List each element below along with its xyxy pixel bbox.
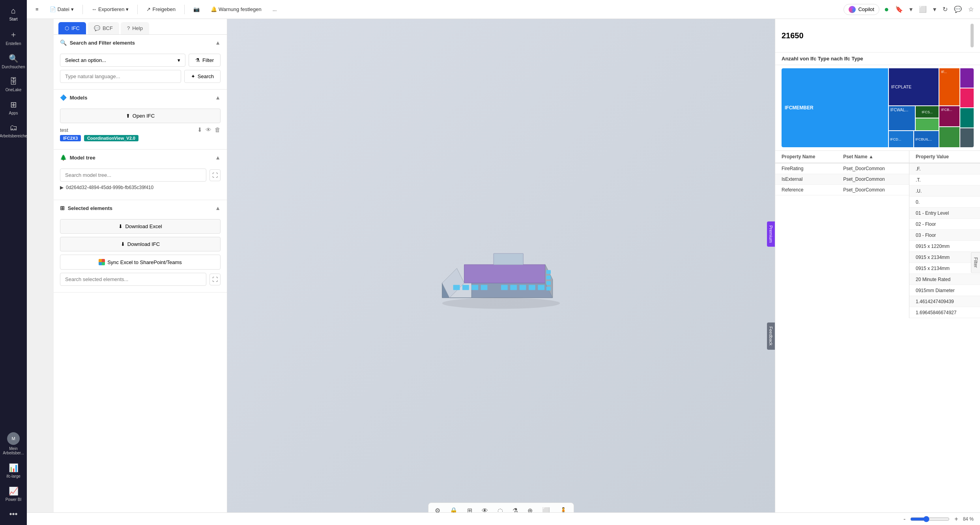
prop-name-1: FireRating: [775, 163, 837, 174]
camera-btn[interactable]: 📷: [189, 5, 204, 14]
scroll-indicator[interactable]: [971, 24, 974, 47]
selected-collapse-icon: ▲: [215, 205, 221, 211]
filter-tab[interactable]: Filter: [971, 252, 980, 273]
zoom-slider[interactable]: [910, 516, 950, 522]
bookmark-chevron[interactable]: ▾: [908, 4, 914, 15]
green-circle-btn[interactable]: ●: [883, 3, 890, 15]
more-btn[interactable]: ...: [269, 5, 281, 14]
prop-value-20min: 20 Minute Rated: [909, 274, 980, 285]
sidebar-item-powerbi[interactable]: 📈 Power BI: [2, 483, 25, 505]
sidebar-item-workbench[interactable]: 🗂 Arbeitsbereiche: [2, 120, 25, 141]
eye-icon[interactable]: 👁: [206, 126, 211, 133]
search-section-header[interactable]: 🔍 Search and Filter elements ▲: [54, 35, 227, 51]
open-ifc-button[interactable]: ⬆ Open IFC: [60, 109, 221, 123]
right-panel-header: 21650: [775, 19, 980, 52]
selected-expand-btn[interactable]: ⛶: [209, 274, 221, 285]
svg-rect-11: [510, 285, 517, 290]
export-label: Exportieren: [98, 6, 124, 12]
treemap-ifcd: IFCD...: [889, 131, 913, 147]
search-section-content: Select an option... ▾ ⚗ Filter ✦ Search: [54, 51, 227, 89]
bcf-tab-label: BCF: [103, 25, 113, 31]
file-btn[interactable]: 📄 Datei ▾: [46, 5, 78, 14]
treemap-bottom-row: IFCD... IFCBUIL...: [889, 131, 939, 147]
zoom-minus-btn[interactable]: -: [902, 514, 907, 524]
viewport[interactable]: Premium Feedback: [227, 19, 775, 525]
tab-ifc[interactable]: ⬡ IFC: [58, 22, 86, 34]
sidebar-item-onelake[interactable]: 🗄 OneLake: [2, 74, 25, 95]
model-tree-header[interactable]: 🌲 Model tree ▲: [54, 150, 227, 165]
window-chevron[interactable]: ▾: [931, 4, 938, 15]
sidebar-item-search[interactable]: 🔍 Durchsuchen: [2, 51, 25, 72]
sync-teams-button[interactable]: Sync Excel to SharePoint/Teams: [60, 255, 221, 270]
search-sidebar-icon: 🔍: [9, 54, 19, 63]
properties-left: Property Name Pset Name ▲ FireRating Pse…: [775, 151, 909, 318]
refresh-btn[interactable]: ↻: [941, 4, 949, 15]
sidebar-item-home[interactable]: ⌂ Start: [2, 3, 25, 24]
treemap-green: [916, 118, 939, 130]
models-section-header[interactable]: 🔷 Models ▲: [54, 90, 227, 105]
open-ifc-label: Open IFC: [133, 113, 155, 119]
trash-icon[interactable]: 🗑: [215, 126, 221, 133]
separator-2: [137, 5, 138, 14]
svg-rect-17: [546, 281, 551, 285]
prop-value-1461: 1.4614247409439: [909, 296, 980, 307]
treemap-ifcb-pink: IFCB...: [939, 106, 959, 126]
model-tree-search-input[interactable]: [60, 169, 206, 182]
properties-area: Property Name Pset Name ▲ FireRating Pse…: [775, 151, 980, 318]
window-btn[interactable]: ⬜: [917, 4, 928, 15]
building-3d-view: [426, 217, 576, 327]
select-chevron-icon: ▾: [178, 57, 180, 63]
search-button[interactable]: ✦ Search: [184, 70, 221, 83]
export-btn[interactable]: ↔ Exportieren ▾: [88, 5, 133, 14]
table-row: Reference Pset_DoorCommon: [775, 185, 909, 195]
treemap-ifcbuil: IFCBUIL...: [914, 131, 939, 147]
home-icon: ⌂: [11, 6, 16, 15]
share-btn[interactable]: ↗ Freigeben: [142, 5, 180, 14]
treemap-if-orange: IF...: [939, 68, 959, 105]
avatar: M: [7, 432, 20, 445]
warning-btn[interactable]: 🔔 Warnung festlegen: [207, 5, 266, 14]
tree-item[interactable]: ▶ 0d264d32-4894-45dd-999b-fb635c39f410: [60, 182, 221, 193]
bcf-tab-icon: 💬: [94, 25, 100, 31]
selected-search-input[interactable]: [60, 273, 206, 286]
download-excel-button[interactable]: ⬇ Download Excel: [60, 219, 221, 234]
search-section-title: Search and Filter elements: [70, 40, 135, 46]
bookmark-btn[interactable]: 🔖: [894, 4, 905, 15]
download-ifc-button[interactable]: ⬇ Download IFC: [60, 237, 221, 251]
search-collapse-icon: ▲: [215, 39, 221, 46]
star-btn[interactable]: ☆: [967, 4, 975, 15]
select-option-dropdown[interactable]: Select an option... ▾: [60, 54, 185, 67]
copilot-btn[interactable]: Copilot: [843, 4, 879, 15]
sidebar-item-mywork[interactable]: M Mein Arbeitsber...: [2, 429, 25, 458]
prop-value-0915b: 0915 x 2134mm: [909, 252, 980, 263]
premium-btn[interactable]: Premium: [767, 221, 775, 247]
search-row: ✦ Search: [60, 70, 221, 83]
sidebar-item-ifc[interactable]: 📊 ifc-large: [2, 460, 25, 482]
help-tab-label: Help: [132, 25, 143, 31]
filter-btn-label: Filter: [202, 57, 214, 63]
sync-teams-label: Sync Excel to SharePoint/Teams: [107, 259, 182, 265]
sidebar-item-apps[interactable]: ⊞ Apps: [2, 97, 25, 118]
download-ifc-label: Download IFC: [127, 241, 160, 247]
tab-bcf[interactable]: 💬 BCF: [88, 22, 119, 34]
treemap-container: IFCMEMBER IFCPLATE IFCWAL... IFCS...: [775, 65, 980, 151]
sidebar: ⌂ Start ＋ Erstellen 🔍 Durchsuchen 🗄 OneL…: [0, 0, 27, 525]
natural-language-input[interactable]: [60, 70, 181, 83]
tree-expand-btn[interactable]: ⛶: [209, 169, 221, 181]
tab-help[interactable]: ? Help: [121, 22, 149, 34]
feedback-btn[interactable]: Feedback: [767, 322, 775, 349]
sidebar-onelake-label: OneLake: [6, 88, 22, 92]
sidebar-item-create[interactable]: ＋ Erstellen: [2, 26, 25, 49]
download-model-icon[interactable]: ⬇: [197, 126, 202, 133]
warning-label: Warnung festlegen: [219, 6, 262, 12]
selected-expand-icon: ⛶: [212, 276, 218, 283]
ifcwall-label: IFCWAL...: [890, 108, 909, 112]
filter-button[interactable]: ⚗ Filter: [189, 54, 221, 67]
selected-section-header[interactable]: ⊞ Selected elements ▲: [54, 200, 227, 216]
svg-rect-14: [538, 285, 544, 290]
sidebar-item-more[interactable]: •••: [2, 506, 25, 522]
collapse-nav-btn[interactable]: ≡: [32, 5, 43, 14]
comment-btn[interactable]: 💬: [952, 4, 963, 15]
treemap-ifcmember: IFCMEMBER: [782, 68, 888, 147]
zoom-plus-btn[interactable]: +: [953, 514, 959, 524]
